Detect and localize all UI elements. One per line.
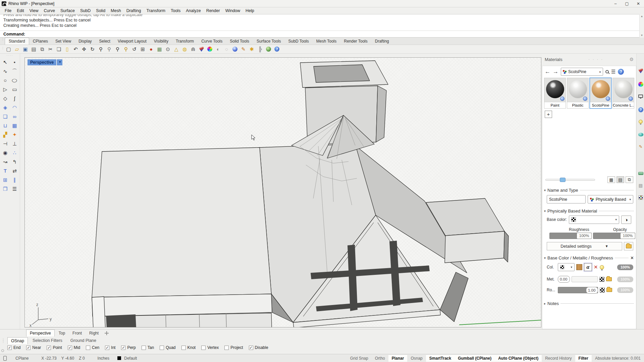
menu-item[interactable]: Transform [144,7,168,14]
circle-icon[interactable]: ○ [1,76,10,85]
viewport-canvas[interactable]: z y x [25,58,541,327]
osnap-tab[interactable]: OSnap [7,337,28,344]
ellipse-icon[interactable]: ◯ [10,76,19,85]
menu-item[interactable]: Window [223,7,243,14]
scroll-down-icon[interactable]: ▼ [641,34,643,37]
osnap-checkbox[interactable]: ✓ Near [26,345,41,350]
puzzle-icon[interactable]: ▞ [1,130,10,139]
render-tools-tab-icon[interactable] [638,68,644,74]
menu-item[interactable]: Render [204,7,223,14]
menu-item[interactable]: Drafting [124,7,144,14]
render-shield-icon[interactable] [198,46,205,53]
pointer-icon[interactable]: ↖ [1,58,10,67]
perspective-viewport[interactable]: Perspective ▾ [24,57,541,327]
checkbox-box[interactable]: ✓ [47,346,51,350]
array-icon[interactable]: ∥ [10,175,19,184]
slider-handle[interactable] [560,178,566,182]
toolbar-tab[interactable]: Drafting [371,38,393,45]
menu-item[interactable]: File [2,7,14,14]
osnap-checkbox[interactable]: ✓ Vertex [201,345,219,350]
layer-status[interactable]: Default [113,356,141,361]
toolbar-tab[interactable]: Curve Tools [198,38,226,45]
point-icon[interactable]: • [10,58,19,67]
status-toggle[interactable]: Auto CPlane (Object) [495,355,542,362]
detailed-settings-button[interactable]: Detailed settings ▼ [547,242,622,250]
print-icon[interactable]: ▤ [30,46,38,53]
grip-dots[interactable]: ···· [0,54,20,58]
materials-tab-icon[interactable] [638,131,644,137]
viewport-tab[interactable]: Perspective [26,329,55,337]
material-name-input[interactable]: ScotsPine [547,195,586,203]
checkbox-box[interactable]: ✓ [68,346,72,350]
save-icon[interactable]: ▣ [21,46,29,53]
toolbar-tab[interactable]: Set View [52,38,75,45]
material-card[interactable]: ScotsPine [590,78,611,109]
split-icon[interactable]: ⊥ [10,139,19,148]
lights-tab-icon[interactable] [638,119,644,125]
shaded-sphere-icon[interactable]: ◐ [214,46,222,53]
zoom-extents-icon[interactable]: ↺ [130,46,138,53]
blocks-icon[interactable]: ⊞ [1,175,10,184]
object-properties-icon[interactable]: △ [172,46,180,53]
roughness-channel-value[interactable]: 1.00 [586,287,598,294]
toolbar-tab[interactable]: Solid Tools [226,38,253,45]
help-icon[interactable]: ? [273,46,281,53]
rendered-sphere-icon[interactable] [231,46,239,53]
status-toggle[interactable]: Filter [575,355,592,362]
rotate-view-icon[interactable]: ↻ [89,46,96,53]
section-notes[interactable]: ▸ Notes [544,300,634,306]
checkbox-box[interactable]: ✓ [181,346,186,350]
checkbox-box[interactable]: ✓ [224,346,229,350]
material-type-select[interactable]: Physically Based ▾ [588,195,633,203]
menu-item[interactable]: SubD [77,7,93,14]
osnap-checkbox[interactable]: ✓ Knot [181,345,196,350]
earth-anchor-icon[interactable] [265,46,272,53]
render-vehicle-icon[interactable]: ● [147,46,155,53]
menu-item[interactable]: Surface [58,7,77,14]
checkbox-box[interactable]: ✓ [7,346,12,350]
texture-slot-icon[interactable] [600,288,605,293]
material-card[interactable]: Plastic [567,78,589,109]
section-name-and-type[interactable]: ▾ Name and Type [544,187,634,193]
minimize-button[interactable]: – [610,0,621,7]
units-status[interactable]: Inches [94,356,113,361]
menu-item[interactable]: Mesh [108,7,124,14]
box-icon[interactable]: ❏ [1,112,10,121]
menu-item[interactable]: Tools [168,7,183,14]
osnap-checkbox[interactable]: ✓ Project [224,345,243,350]
checkbox-box[interactable]: ✓ [26,346,31,350]
close-section-icon[interactable]: ✕ [630,255,634,260]
grip-dots[interactable]: ⋮ [1,39,2,40]
viewport-tab[interactable]: Top [55,330,68,337]
house-model[interactable] [92,61,541,327]
base-color-dropdown[interactable]: ▾ [569,216,619,224]
viewport-menu-caret-icon[interactable]: ▾ [57,59,62,65]
checkbox-box[interactable]: ✓ [105,346,109,350]
status-toggle[interactable]: Grid Snap [347,355,372,362]
zoom-selected-icon[interactable]: ⚲ [122,46,130,53]
menu-item[interactable]: Analyze [183,7,203,14]
polygon-icon[interactable]: ◇ [1,94,10,103]
gear-icon[interactable]: ⚙ [629,57,634,62]
freeform-curve-icon[interactable]: ʃ [10,94,19,103]
checkbox-box[interactable]: ✓ [249,346,253,350]
osnap-checkbox[interactable]: ✓ Int [105,345,115,350]
lamp-icon[interactable]: ◍ [181,46,189,53]
menu-item[interactable]: View [27,7,41,14]
remove-texture-icon[interactable]: ✕ [594,264,598,270]
menu-item[interactable]: Edit [14,7,27,14]
status-toggle[interactable]: Ortho [372,355,388,362]
chevron-down-icon[interactable]: ▾ [544,188,546,192]
material-card[interactable]: Paint [544,78,566,109]
toolbar-tab[interactable]: Visibility [150,38,172,45]
list-view-icon[interactable]: ▤ [616,176,624,183]
status-toggle[interactable]: Absolute tolerance: 0.001 [592,355,644,362]
menu-item[interactable]: Solid [93,7,108,14]
osnap-tab[interactable]: Selection Filters [29,337,66,344]
zoom-window-icon[interactable]: ⚲ [114,46,121,53]
roughness-value[interactable]: 100% [577,233,592,239]
display-tab-icon[interactable] [638,93,644,99]
paintbrush-icon[interactable]: ✎ [239,46,247,53]
color-strength-badge[interactable]: 100% [617,264,633,270]
undo-icon[interactable]: ↶ [72,46,79,53]
